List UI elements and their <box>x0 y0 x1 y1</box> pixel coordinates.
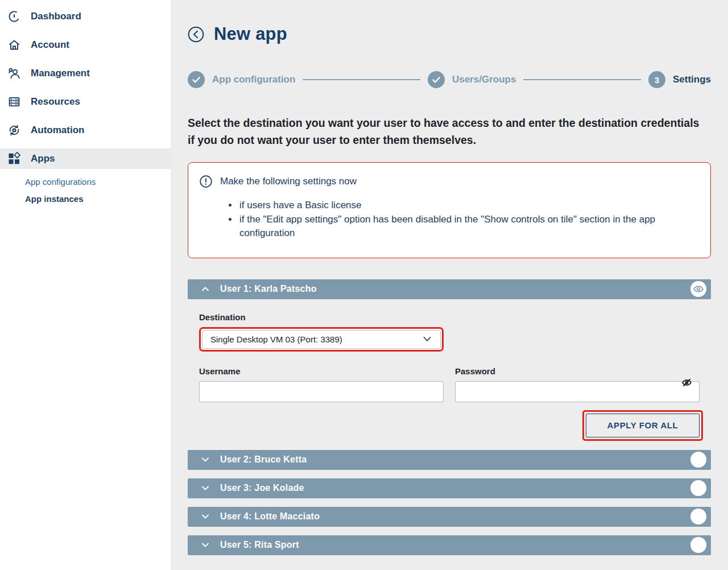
check-circle-icon <box>188 71 205 88</box>
step-settings[interactable]: 3 Settings <box>648 71 711 88</box>
step-label: App configuration <box>212 74 295 85</box>
wizard-stepper: App configuration Users/Groups 3 Setting… <box>188 71 711 88</box>
destination-select[interactable]: Single Desktop VM 03 (Port: 3389) <box>202 330 441 349</box>
password-input[interactable] <box>455 381 700 402</box>
step-app-configuration[interactable]: App configuration <box>188 71 295 88</box>
server-icon <box>7 95 21 109</box>
stepper-connector <box>303 79 420 80</box>
destination-selected-value: Single Desktop VM 03 (Port: 3389) <box>210 334 342 344</box>
step-label: Settings <box>673 74 711 85</box>
sidebar-item-apps[interactable]: Apps <box>0 148 171 169</box>
chevron-up-icon <box>200 284 210 294</box>
accordion-user-4[interactable]: User 4: Lotte Macciato <box>188 507 711 527</box>
accordion-user-3[interactable]: User 3: Joe Kolade <box>188 478 711 498</box>
apps-icon <box>7 152 21 166</box>
intro-text: Select the destination you want your use… <box>188 114 705 148</box>
user-1-settings-panel: Destination Single Desktop VM 03 (Port: … <box>188 312 711 441</box>
sidebar-item-dashboard[interactable]: Dashboard <box>0 2 171 31</box>
sidebar-item-label: Automation <box>31 125 84 136</box>
accordion-user-2[interactable]: User 2: Bruce Ketta <box>188 450 711 470</box>
sidebar-item-label: Management <box>31 68 90 79</box>
step-number-badge: 3 <box>648 71 665 88</box>
password-label: Password <box>455 366 700 376</box>
apply-row: APPLY FOR ALL <box>199 410 711 441</box>
sidebar-item-account[interactable]: Account <box>0 31 171 59</box>
stepper-connector <box>523 79 641 80</box>
user-accordion-title: User 4: Lotte Macciato <box>220 511 320 522</box>
visibility-toggle[interactable] <box>690 537 706 553</box>
user-accordion-title: User 2: Bruce Ketta <box>220 455 307 465</box>
users-icon <box>7 67 21 80</box>
sidebar-item-label: Dashboard <box>31 11 81 22</box>
sidebar-item-label: Resources <box>31 96 80 108</box>
visibility-toggle[interactable] <box>690 281 706 297</box>
notice-title: Make the following settings now <box>220 176 357 187</box>
username-label: Username <box>199 366 444 376</box>
sidebar-item-management[interactable]: Management <box>0 59 171 88</box>
accordion-user-1[interactable]: User 1: Karla Patscho <box>188 279 711 299</box>
automation-icon <box>7 123 21 137</box>
check-circle-icon <box>428 71 445 88</box>
destination-label: Destination <box>199 312 711 322</box>
password-field-group: Password <box>455 366 700 402</box>
notice-bullets: if users have a Basic license if the "Ed… <box>238 199 697 241</box>
username-input[interactable] <box>199 381 444 402</box>
exclamation-circle-icon <box>200 175 212 188</box>
step-label: Users/Groups <box>452 74 516 85</box>
sidebar-item-resources[interactable]: Resources <box>0 88 171 116</box>
chevron-down-icon <box>422 334 432 344</box>
home-icon <box>7 38 21 52</box>
step-users-groups[interactable]: Users/Groups <box>428 71 516 88</box>
notice-bullet: if the "Edit app settings" option has be… <box>238 213 697 241</box>
user-accordion-title: User 3: Joe Kolade <box>220 483 304 493</box>
back-button[interactable] <box>188 26 204 43</box>
destination-annotation-highlight: Single Desktop VM 03 (Port: 3389) <box>199 327 444 352</box>
eye-icon <box>693 283 704 295</box>
user-accordion-title: User 1: Karla Patscho <box>220 284 317 294</box>
visibility-toggle[interactable] <box>690 452 706 468</box>
main-content: New app App configuration Users/Groups 3… <box>171 0 728 570</box>
chevron-down-icon <box>200 483 210 493</box>
page-header: New app <box>188 0 711 44</box>
chevron-down-icon <box>200 540 210 550</box>
sidebar-item-label: Apps <box>31 153 55 164</box>
sidebar-subitem-app-configurations[interactable]: App configurations <box>0 173 171 190</box>
visibility-toggle[interactable] <box>690 509 706 524</box>
notice-box: Make the following settings now if users… <box>188 162 711 258</box>
notice-bullet: if users have a Basic license <box>238 199 697 213</box>
accordion-user-5[interactable]: User 5: Rita Sport <box>188 535 711 555</box>
gauge-icon <box>7 10 21 23</box>
chevron-down-icon <box>200 455 210 465</box>
page-title: New app <box>214 24 287 44</box>
sidebar-subitem-app-instances[interactable]: App instances <box>0 190 171 207</box>
username-field-group: Username <box>199 366 444 402</box>
chevron-down-icon <box>200 511 210 522</box>
apply-annotation-highlight: APPLY FOR ALL <box>582 410 703 441</box>
apply-for-all-button[interactable]: APPLY FOR ALL <box>586 414 700 437</box>
sidebar-item-automation[interactable]: Automation <box>0 116 171 144</box>
sidebar: Dashboard Account Management <box>0 0 171 570</box>
eye-slash-icon[interactable] <box>681 377 693 389</box>
visibility-toggle[interactable] <box>690 480 706 496</box>
sidebar-item-label: Account <box>31 39 69 51</box>
user-accordion-title: User 5: Rita Sport <box>220 540 299 550</box>
collapsed-users: User 2: Bruce Ketta User 3: Joe Kolade U… <box>188 450 711 555</box>
